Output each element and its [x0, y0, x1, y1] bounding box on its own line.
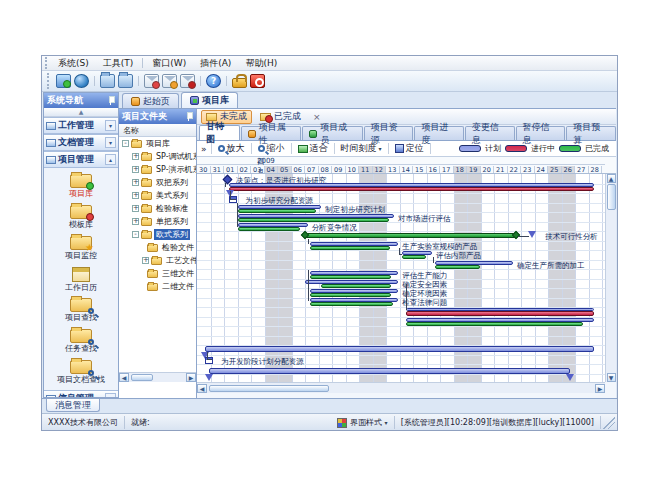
tab-message-management[interactable]: 消息管理	[46, 399, 100, 412]
gantt-bar-done[interactable]	[321, 284, 391, 288]
pin-icon[interactable]	[184, 112, 193, 121]
sidebar-item-project-monitor[interactable]: ★项目监控	[44, 233, 118, 264]
zoom-in-button[interactable]: 放大	[216, 142, 247, 155]
tab-project-library[interactable]: 项目库	[181, 92, 238, 108]
toolbar-overflow-chevron[interactable]: »	[201, 144, 207, 154]
tab-project-resources[interactable]: 项目资源	[364, 126, 414, 140]
sidebar-item-project-library[interactable]: 项目库	[44, 171, 118, 202]
folders-icon[interactable]	[118, 74, 133, 88]
pin-icon[interactable]	[106, 96, 115, 105]
tree-horizontal-scrollbar[interactable]: ◀ ▶	[119, 372, 196, 382]
tab-project-properties[interactable]: 项目属性	[241, 126, 302, 140]
gantt-bar-plan[interactable]	[205, 346, 594, 352]
tree-node[interactable]: 二维文件	[119, 280, 196, 293]
expand-toggle[interactable]: -	[122, 140, 129, 147]
tab-project-progress[interactable]: 项目进度	[414, 126, 464, 140]
mail-icon[interactable]	[144, 74, 159, 88]
group-work-management[interactable]: 工作管理▾	[44, 117, 118, 134]
gantt-vertical-scrollbar[interactable]: ▲ ▼	[605, 174, 616, 382]
menu-help[interactable]: 帮助(H)	[238, 56, 284, 71]
gantt-horizontal-scrollbar[interactable]: ◀ ▶	[197, 382, 605, 393]
scroll-thumb[interactable]	[209, 385, 329, 392]
group-project-management[interactable]: 项目管理▴	[44, 151, 118, 168]
gantt-bar-done[interactable]	[238, 209, 316, 213]
tab-gantt-chart[interactable]: 甘特图	[199, 125, 240, 140]
gantt-bar-done[interactable]	[310, 275, 391, 279]
folder-icon[interactable]	[100, 74, 115, 88]
locate-button[interactable]: 定位	[393, 142, 426, 155]
tree-node[interactable]: +检验标准	[119, 202, 196, 215]
scroll-thumb[interactable]	[131, 374, 153, 381]
expand-toggle[interactable]: +	[132, 205, 139, 212]
tree-column-header[interactable]: 名称	[119, 124, 196, 137]
gantt-bar-done[interactable]	[310, 293, 391, 297]
power-icon[interactable]	[250, 74, 265, 88]
tree-node[interactable]: +单把系列	[119, 215, 196, 228]
tree-node[interactable]: 三维文件	[119, 267, 196, 280]
gantt-bar-plan[interactable]	[209, 368, 569, 374]
gantt-bar-done[interactable]	[238, 227, 300, 231]
expand-toggle[interactable]: +	[132, 218, 139, 225]
tree-node[interactable]: +SP-调试机系	[119, 150, 196, 163]
menu-system[interactable]: 系统(S)	[51, 56, 96, 71]
expand-toggle[interactable]: +	[132, 192, 139, 199]
resize-grip[interactable]	[603, 417, 615, 429]
tab-project-members[interactable]: 项目成员	[302, 126, 363, 140]
chevron-down-icon[interactable]: ▾	[105, 120, 116, 131]
scroll-left-arrow[interactable]: ◀	[119, 373, 129, 382]
fit-button[interactable]: 适合	[296, 142, 330, 155]
gantt-summary-bar[interactable]	[305, 233, 516, 238]
drag-grip[interactable]	[45, 57, 48, 68]
tree-node[interactable]: 检验文件	[119, 241, 196, 254]
gantt-bar-done[interactable]	[406, 322, 583, 326]
gantt-bar-done[interactable]	[310, 246, 390, 250]
tree-node[interactable]: +美式系列	[119, 189, 196, 202]
gantt-bar-done[interactable]	[402, 255, 426, 259]
expand-toggle[interactable]: +	[132, 166, 139, 173]
expand-toggle[interactable]: -	[132, 231, 139, 238]
scroll-up-button[interactable]: ▲	[44, 108, 118, 117]
scroll-right-arrow[interactable]: ▶	[186, 373, 196, 382]
drag-grip[interactable]	[47, 73, 50, 89]
expand-toggle[interactable]: +	[142, 257, 149, 264]
tree-node[interactable]: -欧式系列	[119, 228, 196, 241]
chevron-up-icon[interactable]: ▴	[105, 154, 116, 165]
tab-project-budget[interactable]: 项目预算	[566, 126, 616, 140]
gantt-bar-done[interactable]	[435, 265, 481, 269]
help-icon[interactable]: ?	[206, 74, 221, 88]
gantt-bar-done[interactable]	[238, 218, 389, 222]
gantt-bar-done[interactable]	[310, 302, 392, 306]
tree-node[interactable]: +工艺文件	[119, 254, 196, 267]
scroll-up-arrow[interactable]: ▲	[607, 174, 616, 183]
gantt-bar-inprogress[interactable]	[406, 311, 594, 316]
tree-node[interactable]: +双把系列	[119, 176, 196, 189]
chevron-down-icon[interactable]: ▾	[105, 137, 116, 148]
tab-change-info[interactable]: 变更信息	[465, 126, 515, 140]
tree-node[interactable]: +SP-演示机系	[119, 163, 196, 176]
mail-delete-icon[interactable]	[180, 74, 195, 88]
sidebar-item-task-search[interactable]: 任务查找	[44, 326, 118, 357]
gantt-bar-inprogress[interactable]	[229, 187, 594, 191]
interface-style-button[interactable]: 界面样式 ▾	[331, 416, 395, 429]
tab-pause-info[interactable]: 暂停信息	[516, 126, 566, 140]
scroll-down-arrow[interactable]: ▼	[607, 373, 616, 382]
lock-icon[interactable]	[232, 78, 247, 88]
monitor-icon[interactable]	[56, 74, 71, 88]
group-info-management[interactable]: 信息管理▾	[44, 390, 118, 398]
menu-plugins[interactable]: 插件(A)	[193, 56, 238, 71]
scroll-left-arrow[interactable]: ◀	[197, 384, 207, 393]
scroll-thumb[interactable]	[607, 184, 616, 210]
mail-edit-icon[interactable]	[162, 74, 177, 88]
zoom-out-button[interactable]: 缩小	[256, 142, 287, 155]
tab-start-page[interactable]: 起始页	[122, 93, 179, 108]
sidebar-item-project-doc-search[interactable]: 项目文档查找	[44, 357, 118, 388]
globe-icon[interactable]	[74, 74, 89, 88]
menu-window[interactable]: 窗口(W)	[145, 56, 193, 71]
sidebar-item-work-calendar[interactable]: 工作日历	[44, 264, 118, 295]
group-document-management[interactable]: 文档管理▾	[44, 134, 118, 151]
sidebar-item-template-library[interactable]: 模板库	[44, 202, 118, 233]
time-scale-dropdown[interactable]: 时间刻度▾	[339, 142, 384, 155]
expand-toggle[interactable]: +	[132, 153, 139, 160]
expand-toggle[interactable]: +	[132, 179, 139, 186]
menu-tools[interactable]: 工具(T)	[96, 56, 141, 71]
